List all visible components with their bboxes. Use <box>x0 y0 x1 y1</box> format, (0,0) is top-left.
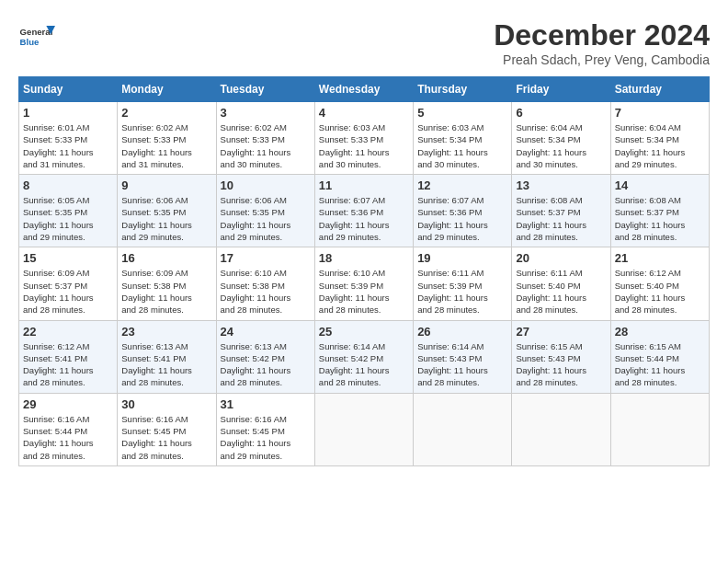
day-number: 14 <box>615 178 705 192</box>
calendar-cell: 5Sunrise: 6:03 AMSunset: 5:34 PMDaylight… <box>414 102 512 175</box>
day-number: 24 <box>221 325 311 339</box>
calendar-cell: 12Sunrise: 6:07 AMSunset: 5:36 PMDayligh… <box>414 175 512 247</box>
header-thursday: Thursday <box>414 77 512 102</box>
day-number: 9 <box>121 178 211 192</box>
day-info: Sunrise: 6:16 AMSunset: 5:44 PMDaylight:… <box>23 413 113 462</box>
calendar-cell: 7Sunrise: 6:04 AMSunset: 5:34 PMDaylight… <box>610 102 709 175</box>
day-number: 5 <box>417 106 507 120</box>
calendar-cell: 13Sunrise: 6:08 AMSunset: 5:37 PMDayligh… <box>512 175 610 247</box>
day-info: Sunrise: 6:12 AMSunset: 5:41 PMDaylight:… <box>23 340 113 389</box>
header-tuesday: Tuesday <box>216 77 314 102</box>
title-section: December 2024 Preah Sdach, Prey Veng, Ca… <box>494 18 710 67</box>
day-number: 2 <box>121 106 211 120</box>
calendar-cell: 11Sunrise: 6:07 AMSunset: 5:36 PMDayligh… <box>314 175 413 247</box>
day-info: Sunrise: 6:05 AMSunset: 5:35 PMDaylight:… <box>23 194 113 243</box>
calendar-cell: 15Sunrise: 6:09 AMSunset: 5:37 PMDayligh… <box>19 247 118 320</box>
header-saturday: Saturday <box>610 77 709 102</box>
calendar-cell: 25Sunrise: 6:14 AMSunset: 5:42 PMDayligh… <box>314 320 413 393</box>
day-number: 21 <box>615 251 705 265</box>
day-number: 20 <box>516 251 606 265</box>
day-number: 22 <box>23 325 113 339</box>
day-info: Sunrise: 6:02 AMSunset: 5:33 PMDaylight:… <box>221 121 311 170</box>
day-number: 6 <box>516 106 606 120</box>
day-info: Sunrise: 6:07 AMSunset: 5:36 PMDaylight:… <box>417 194 507 243</box>
day-info: Sunrise: 6:14 AMSunset: 5:43 PMDaylight:… <box>417 340 507 389</box>
calendar-cell: 14Sunrise: 6:08 AMSunset: 5:37 PMDayligh… <box>610 175 709 247</box>
day-number: 7 <box>615 106 705 120</box>
logo: General Blue <box>18 18 59 55</box>
calendar-cell: 28Sunrise: 6:15 AMSunset: 5:44 PMDayligh… <box>610 320 709 393</box>
day-info: Sunrise: 6:11 AMSunset: 5:39 PMDaylight:… <box>417 267 507 316</box>
calendar-table: Sunday Monday Tuesday Wednesday Thursday… <box>18 76 710 466</box>
day-info: Sunrise: 6:04 AMSunset: 5:34 PMDaylight:… <box>516 121 606 170</box>
day-number: 29 <box>23 397 113 411</box>
page-subtitle: Preah Sdach, Prey Veng, Cambodia <box>494 52 710 67</box>
logo-icon: General Blue <box>18 18 55 55</box>
day-info: Sunrise: 6:04 AMSunset: 5:34 PMDaylight:… <box>615 121 705 170</box>
calendar-cell: 29Sunrise: 6:16 AMSunset: 5:44 PMDayligh… <box>19 393 118 465</box>
calendar-cell: 22Sunrise: 6:12 AMSunset: 5:41 PMDayligh… <box>19 320 118 393</box>
day-number: 30 <box>121 397 211 411</box>
day-info: Sunrise: 6:01 AMSunset: 5:33 PMDaylight:… <box>23 121 113 170</box>
day-info: Sunrise: 6:08 AMSunset: 5:37 PMDaylight:… <box>516 194 606 243</box>
calendar-header-row: Sunday Monday Tuesday Wednesday Thursday… <box>19 77 710 102</box>
day-number: 19 <box>417 251 507 265</box>
calendar-cell: 6Sunrise: 6:04 AMSunset: 5:34 PMDaylight… <box>512 102 610 175</box>
day-number: 25 <box>319 325 409 339</box>
day-info: Sunrise: 6:08 AMSunset: 5:37 PMDaylight:… <box>615 194 705 243</box>
calendar-cell: 30Sunrise: 6:16 AMSunset: 5:45 PMDayligh… <box>118 393 216 465</box>
header-friday: Friday <box>512 77 610 102</box>
calendar-cell: 19Sunrise: 6:11 AMSunset: 5:39 PMDayligh… <box>414 247 512 320</box>
day-number: 12 <box>417 178 507 192</box>
day-info: Sunrise: 6:13 AMSunset: 5:42 PMDaylight:… <box>221 340 311 389</box>
day-number: 3 <box>221 106 311 120</box>
day-info: Sunrise: 6:15 AMSunset: 5:43 PMDaylight:… <box>516 340 606 389</box>
day-info: Sunrise: 6:02 AMSunset: 5:33 PMDaylight:… <box>121 121 211 170</box>
calendar-cell: 16Sunrise: 6:09 AMSunset: 5:38 PMDayligh… <box>118 247 216 320</box>
day-info: Sunrise: 6:16 AMSunset: 5:45 PMDaylight:… <box>121 413 211 462</box>
day-number: 4 <box>319 106 409 120</box>
calendar-week-row: 29Sunrise: 6:16 AMSunset: 5:44 PMDayligh… <box>19 393 710 465</box>
day-number: 17 <box>221 251 311 265</box>
day-info: Sunrise: 6:13 AMSunset: 5:41 PMDaylight:… <box>121 340 211 389</box>
calendar-cell: 1Sunrise: 6:01 AMSunset: 5:33 PMDaylight… <box>19 102 118 175</box>
calendar-cell <box>314 393 413 465</box>
calendar-cell: 26Sunrise: 6:14 AMSunset: 5:43 PMDayligh… <box>414 320 512 393</box>
day-number: 11 <box>319 178 409 192</box>
day-number: 15 <box>23 251 113 265</box>
calendar-cell <box>512 393 610 465</box>
day-info: Sunrise: 6:09 AMSunset: 5:38 PMDaylight:… <box>121 267 211 316</box>
day-info: Sunrise: 6:03 AMSunset: 5:34 PMDaylight:… <box>417 121 507 170</box>
calendar-cell: 9Sunrise: 6:06 AMSunset: 5:35 PMDaylight… <box>118 175 216 247</box>
calendar-cell: 17Sunrise: 6:10 AMSunset: 5:38 PMDayligh… <box>216 247 314 320</box>
calendar-cell: 31Sunrise: 6:16 AMSunset: 5:45 PMDayligh… <box>216 393 314 465</box>
day-number: 27 <box>516 325 606 339</box>
calendar-week-row: 8Sunrise: 6:05 AMSunset: 5:35 PMDaylight… <box>19 175 710 247</box>
calendar-cell: 24Sunrise: 6:13 AMSunset: 5:42 PMDayligh… <box>216 320 314 393</box>
calendar-week-row: 15Sunrise: 6:09 AMSunset: 5:37 PMDayligh… <box>19 247 710 320</box>
day-number: 16 <box>121 251 211 265</box>
calendar-cell: 3Sunrise: 6:02 AMSunset: 5:33 PMDaylight… <box>216 102 314 175</box>
day-info: Sunrise: 6:09 AMSunset: 5:37 PMDaylight:… <box>23 267 113 316</box>
day-number: 10 <box>221 178 311 192</box>
day-number: 18 <box>319 251 409 265</box>
calendar-cell: 10Sunrise: 6:06 AMSunset: 5:35 PMDayligh… <box>216 175 314 247</box>
calendar-week-row: 1Sunrise: 6:01 AMSunset: 5:33 PMDaylight… <box>19 102 710 175</box>
calendar-cell: 18Sunrise: 6:10 AMSunset: 5:39 PMDayligh… <box>314 247 413 320</box>
day-number: 13 <box>516 178 606 192</box>
calendar-cell: 2Sunrise: 6:02 AMSunset: 5:33 PMDaylight… <box>118 102 216 175</box>
day-info: Sunrise: 6:06 AMSunset: 5:35 PMDaylight:… <box>121 194 211 243</box>
calendar-cell <box>414 393 512 465</box>
header-monday: Monday <box>118 77 216 102</box>
day-info: Sunrise: 6:12 AMSunset: 5:40 PMDaylight:… <box>615 267 705 316</box>
day-info: Sunrise: 6:06 AMSunset: 5:35 PMDaylight:… <box>221 194 311 243</box>
calendar-cell: 20Sunrise: 6:11 AMSunset: 5:40 PMDayligh… <box>512 247 610 320</box>
calendar-cell: 27Sunrise: 6:15 AMSunset: 5:43 PMDayligh… <box>512 320 610 393</box>
calendar-cell: 4Sunrise: 6:03 AMSunset: 5:33 PMDaylight… <box>314 102 413 175</box>
day-number: 28 <box>615 325 705 339</box>
svg-text:Blue: Blue <box>20 37 40 47</box>
day-info: Sunrise: 6:10 AMSunset: 5:38 PMDaylight:… <box>221 267 311 316</box>
page-header: General Blue December 2024 Preah Sdach, … <box>18 18 710 67</box>
day-info: Sunrise: 6:03 AMSunset: 5:33 PMDaylight:… <box>319 121 409 170</box>
day-info: Sunrise: 6:15 AMSunset: 5:44 PMDaylight:… <box>615 340 705 389</box>
